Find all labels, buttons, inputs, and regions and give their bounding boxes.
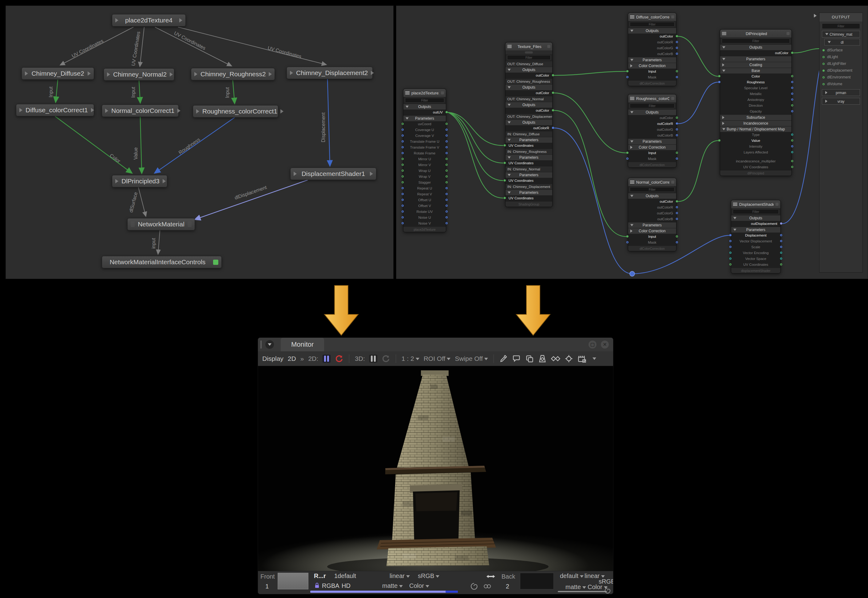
group-header[interactable]: OUT: Chimney_Normal — [506, 96, 552, 102]
section-parameters[interactable]: Parameters — [628, 57, 676, 63]
parameter-row[interactable]: Value — [720, 138, 792, 144]
node-dlprincipled3[interactable]: DlPrincipled3 — [112, 175, 167, 187]
port-row[interactable]: outColor — [506, 73, 552, 78]
output-port[interactable] — [676, 157, 678, 160]
node-dlprincipled[interactable]: DlPrincipled Filter Outputs outColor Par… — [720, 29, 792, 176]
parameter-row[interactable]: Layers Affected — [720, 150, 792, 155]
output-port[interactable] — [791, 52, 793, 54]
port-row[interactable]: UV Coordinates — [506, 195, 552, 201]
crosshair-icon[interactable] — [565, 354, 573, 363]
parameter-row[interactable]: Repeat V — [403, 191, 446, 197]
edge-normal-out[interactable] — [554, 111, 626, 236]
refresh-2d-button[interactable] — [335, 354, 343, 363]
section-outputs[interactable]: Outputs — [628, 109, 676, 115]
node-normal-colorcorrect[interactable]: Normal_colorCorrect Filter Outputs outCo… — [628, 178, 676, 251]
expand-left-icon[interactable] — [115, 179, 118, 183]
expand-right-icon[interactable] — [170, 72, 173, 76]
input-port[interactable] — [401, 216, 404, 218]
menu-icon[interactable] — [507, 45, 512, 48]
port-row[interactable]: outColorB — [628, 51, 676, 57]
filter-input[interactable]: Filter — [822, 23, 860, 29]
output-port[interactable] — [446, 187, 448, 189]
port-row-outuv[interactable]: outUV — [403, 109, 446, 115]
node-header[interactable]: DlPrincipled — [720, 30, 792, 37]
section-parameters[interactable]: Parameters — [506, 137, 552, 143]
parameter-row[interactable]: UV Coordinates — [720, 164, 792, 170]
output-port[interactable] — [791, 93, 793, 95]
collapse-box-icon[interactable] — [671, 15, 674, 18]
input-port[interactable] — [401, 164, 404, 166]
section-bump-normal-displacement[interactable]: Bump / Normal / Displacement Map — [720, 126, 792, 132]
input-port[interactable] — [401, 175, 404, 178]
output-port[interactable] — [791, 145, 793, 147]
pause-2d-button[interactable] — [322, 355, 331, 363]
front-view-dropdown[interactable]: sRGB — [418, 573, 439, 580]
parameter-row[interactable]: Offset V — [403, 203, 446, 209]
group-header[interactable]: IN: Chimney_Normal — [506, 166, 552, 172]
monitor-window[interactable]: Monitor ▢ ✕ Display 2D » 2D: 3D: 1 : 2 R… — [258, 338, 613, 594]
section-parameters[interactable]: Parameters — [628, 138, 676, 144]
input-port[interactable] — [401, 199, 404, 201]
back-thumbnail[interactable] — [520, 573, 554, 589]
collapse-box-icon[interactable] — [547, 45, 550, 48]
output-port[interactable] — [552, 127, 554, 129]
channels-label[interactable]: RGBA — [322, 582, 340, 589]
port-row-mask[interactable]: Mask — [628, 240, 676, 245]
port-row-outcolor[interactable]: outColor — [720, 50, 792, 56]
parameter-row[interactable]: incandescence_multiplier — [720, 158, 792, 164]
output-port[interactable] — [676, 241, 678, 243]
expand-left-icon[interactable] — [196, 109, 199, 114]
refresh-3d-button[interactable] — [382, 354, 390, 363]
eyedropper-icon[interactable] — [499, 354, 508, 363]
input-port[interactable] — [729, 257, 731, 260]
edge-color[interactable] — [55, 116, 131, 173]
input-port[interactable] — [504, 144, 506, 147]
section-parameters[interactable]: Parameters — [506, 190, 552, 195]
output-port[interactable] — [446, 211, 448, 212]
expand-right-icon[interactable] — [370, 172, 373, 176]
section-parameters[interactable]: Parameters — [628, 222, 676, 228]
section-outputs[interactable]: Outputs — [628, 28, 676, 33]
section-parameters[interactable]: Parameters — [403, 115, 446, 121]
edge-outcolor-output[interactable] — [793, 49, 820, 53]
node-normal-colorcorrect1[interactable]: Normal_colorCorrect1 — [102, 105, 179, 117]
output-port[interactable] — [780, 257, 782, 260]
menu-icon[interactable] — [630, 181, 634, 184]
edge-diffuse-out[interactable] — [554, 71, 626, 75]
input-port[interactable] — [401, 158, 404, 160]
edge-dldisplacement[interactable] — [195, 180, 308, 219]
display-menu[interactable]: Display — [262, 355, 283, 362]
input-port[interactable] — [401, 181, 404, 183]
node-diffuse-colorcorrect[interactable]: Diffuse_colorCorrect Filter Outputs outC… — [628, 13, 676, 86]
front-channel-dropdown[interactable]: Color — [409, 582, 429, 589]
output-port[interactable] — [446, 205, 448, 207]
port-row-mask[interactable]: Mask — [628, 75, 676, 80]
swipe-dropdown[interactable]: Swipe Off — [455, 355, 488, 362]
parameter-row[interactable]: Rotate Frame — [403, 150, 446, 156]
maximize-button[interactable]: ▢ — [589, 341, 597, 348]
edge-input-normal[interactable] — [139, 81, 140, 102]
dl-group-box[interactable]: dl — [824, 39, 860, 46]
output-slot[interactable]: dlSurface — [819, 47, 862, 54]
input-port[interactable] — [626, 235, 628, 238]
render-viewport[interactable] — [258, 366, 613, 571]
parameter-row[interactable]: Mirror U — [403, 156, 446, 162]
mode-2d-button[interactable]: 2D — [288, 355, 296, 362]
expand-right-icon[interactable] — [179, 18, 182, 22]
port-row[interactable]: outColor — [628, 199, 676, 205]
node-networkmaterial[interactable]: NetworkMaterial — [127, 218, 195, 230]
output-port[interactable] — [446, 199, 448, 201]
output-port[interactable] — [676, 200, 678, 202]
port-row-input[interactable]: Input — [628, 69, 676, 75]
input-port[interactable] — [401, 187, 404, 189]
port-row[interactable]: outColorB — [628, 133, 676, 138]
edge-displacement[interactable] — [327, 79, 330, 166]
node-chimney-displacement2[interactable]: Chimney_Displacement2 — [286, 67, 373, 79]
parameter-row[interactable]: Specular Level — [720, 85, 792, 91]
output-port[interactable] — [676, 76, 678, 78]
expand-right-icon[interactable] — [280, 109, 283, 114]
output-port[interactable] — [446, 140, 448, 142]
group-header[interactable]: OUT: Chimney_Diffuse — [506, 61, 552, 67]
ratio-dropdown[interactable]: 1 : 2 — [401, 355, 419, 362]
port-row[interactable]: outColorG — [628, 211, 676, 216]
